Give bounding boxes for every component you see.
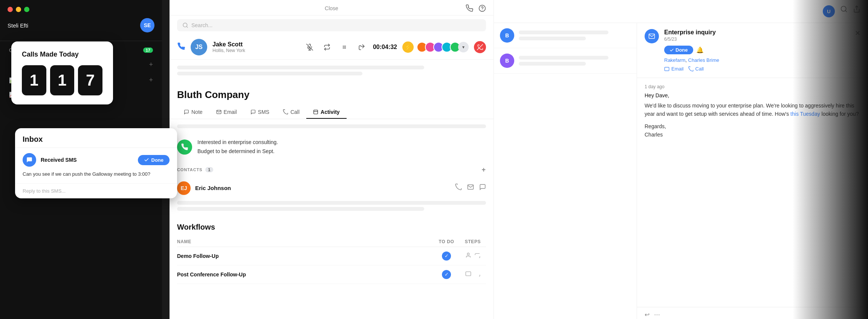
search-icon bbox=[182, 22, 188, 28]
svg-point-14 bbox=[345, 48, 346, 49]
placeholder bbox=[177, 201, 486, 205]
tab-label: Activity bbox=[321, 109, 340, 115]
chat-item-body-2 bbox=[519, 54, 631, 68]
workflow-row-2: Post Conference Follow-Up ✓ bbox=[177, 265, 486, 284]
placeholder bbox=[177, 66, 424, 69]
chat-item-2[interactable]: B bbox=[494, 48, 637, 74]
done-tag[interactable]: Done bbox=[664, 46, 693, 54]
tab-label: Email bbox=[224, 109, 237, 115]
more-participants[interactable]: ▾ bbox=[458, 42, 469, 52]
end-call-button[interactable] bbox=[474, 41, 486, 53]
placeholder bbox=[177, 124, 486, 128]
reply-icon[interactable]: ↩ bbox=[645, 311, 649, 318]
participant-avatars: ▾ bbox=[419, 42, 469, 52]
contact-phone-icon[interactable] bbox=[455, 184, 462, 192]
workflow-table-header: Name To Do Steps bbox=[177, 237, 486, 247]
dialpad-icon[interactable] bbox=[338, 41, 350, 53]
sms-icon bbox=[23, 153, 36, 167]
inbox-message: Can you see if we can push the Galloway … bbox=[23, 170, 170, 178]
mute-icon[interactable] bbox=[304, 41, 316, 53]
search-bar[interactable]: Search... bbox=[177, 19, 486, 31]
placeholder bbox=[519, 56, 608, 60]
contact-link-1[interactable]: Rakefarm bbox=[664, 57, 685, 63]
add-icon[interactable]: + bbox=[149, 61, 153, 69]
placeholder bbox=[177, 72, 362, 75]
inbox-card: Inbox Received SMS Done Can you see if w… bbox=[15, 128, 177, 198]
contacts-header: CONTACTS 1 + bbox=[177, 166, 486, 174]
search-placeholder: Search... bbox=[191, 22, 212, 28]
contact-info: Jake Scott Hollis, New York bbox=[212, 41, 298, 53]
placeholder bbox=[519, 37, 586, 40]
user-row: Steli Efti SE bbox=[0, 16, 162, 38]
close-button[interactable] bbox=[8, 7, 13, 12]
chat-avatar-2: B bbox=[500, 54, 514, 68]
digit-3: 7 bbox=[78, 65, 102, 95]
tab-email[interactable]: Email bbox=[209, 106, 244, 119]
activity-text: Interested in enterprise consulting. Bud… bbox=[197, 138, 278, 156]
todo-check-2: ✓ bbox=[442, 270, 451, 279]
email-action-btn[interactable]: Email bbox=[664, 66, 684, 72]
avatar: SE bbox=[140, 18, 154, 32]
svg-point-6 bbox=[343, 46, 344, 46]
workflow-row-1: Demo Follow-Up ✓ bbox=[177, 247, 486, 265]
activity-area: Interested in enterprise consulting. Bud… bbox=[170, 132, 494, 162]
svg-point-12 bbox=[343, 48, 344, 49]
workflows-title: Workflows bbox=[177, 223, 486, 232]
minimize-button[interactable] bbox=[16, 7, 21, 12]
tab-activity[interactable]: Activity bbox=[306, 106, 347, 119]
tab-label: Note bbox=[191, 109, 203, 115]
svg-point-7 bbox=[344, 46, 345, 46]
add-icon[interactable]: + bbox=[149, 76, 153, 84]
call-action-btn[interactable]: Call bbox=[688, 66, 704, 72]
inbox-title: Inbox bbox=[15, 128, 177, 148]
todo-check-1: ✓ bbox=[442, 252, 451, 261]
placeholder bbox=[177, 207, 424, 211]
svg-point-11 bbox=[345, 47, 346, 48]
step-icon-4 bbox=[474, 271, 480, 278]
action-tabs: Note Email SMS Call Activity bbox=[170, 101, 494, 119]
inbox-reply-input[interactable]: Reply to this SMS... bbox=[15, 184, 177, 198]
company-name: Bluth Company bbox=[170, 81, 494, 101]
phone-icon[interactable] bbox=[466, 5, 473, 12]
contact-name: Jake Scott bbox=[212, 41, 298, 48]
top-bar: Close bbox=[170, 0, 494, 15]
transfer-icon[interactable] bbox=[321, 41, 333, 53]
maximize-button[interactable] bbox=[24, 7, 29, 12]
chat-item-body-1 bbox=[519, 28, 631, 43]
tab-call[interactable]: Call bbox=[276, 106, 306, 119]
lightning-icon: ⚡ bbox=[402, 41, 414, 53]
tab-label: SMS bbox=[258, 109, 269, 115]
contact-chat-icon[interactable] bbox=[479, 184, 486, 192]
chat-item-1[interactable]: B bbox=[494, 23, 637, 48]
contact-link-2[interactable]: Charles Brime bbox=[688, 57, 719, 63]
svg-point-13 bbox=[344, 48, 345, 49]
inbox-item-label: Received SMS bbox=[41, 157, 133, 163]
col-steps: Steps bbox=[460, 239, 486, 244]
opportunities-badge: 17 bbox=[143, 48, 153, 53]
digit-boxes: 1 1 7 bbox=[22, 65, 102, 95]
contact-row: EJ Eric Johnson bbox=[177, 178, 486, 199]
help-icon[interactable] bbox=[478, 5, 486, 12]
digit-2: 1 bbox=[50, 65, 75, 95]
placeholder bbox=[519, 31, 608, 34]
contact-email-icon[interactable] bbox=[467, 184, 474, 192]
contacts-section: CONTACTS 1 + EJ Eric Johnson bbox=[170, 162, 494, 217]
tab-sms[interactable]: SMS bbox=[244, 106, 276, 119]
workflows-section: Workflows Name To Do Steps Demo Follow-U… bbox=[170, 217, 494, 290]
activity-item: Interested in enterprise consulting. Bud… bbox=[177, 138, 486, 156]
done-button[interactable]: Done bbox=[138, 155, 170, 165]
more-options-icon[interactable]: ⋯ bbox=[654, 311, 660, 318]
svg-point-8 bbox=[345, 46, 346, 46]
call-bar: JS Jake Scott Hollis, New York 00:04:32 … bbox=[170, 35, 494, 60]
tab-note[interactable]: Note bbox=[177, 106, 209, 119]
contact-avatar-2: EJ bbox=[177, 181, 191, 195]
calls-card-title: Calls Made Today bbox=[22, 51, 102, 58]
step-icon-3 bbox=[465, 271, 471, 278]
workflow-name-2: Post Conference Follow-Up bbox=[177, 271, 433, 278]
contact-name-2: Eric Johnson bbox=[195, 185, 451, 191]
add-contact-icon[interactable]: + bbox=[482, 166, 486, 174]
forward-icon[interactable] bbox=[356, 41, 368, 53]
user-name: Steli Efti bbox=[8, 22, 136, 29]
placeholder bbox=[519, 62, 586, 66]
reminder-icon[interactable]: 🔔 bbox=[696, 46, 704, 54]
